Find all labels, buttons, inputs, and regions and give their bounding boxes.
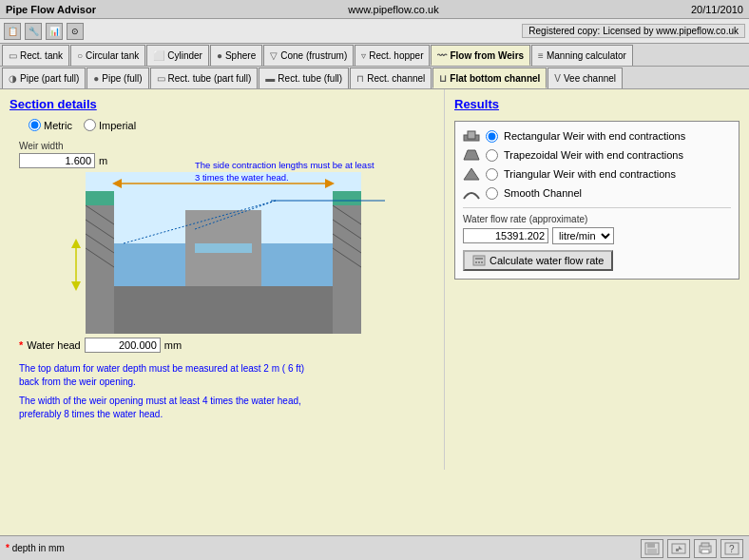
imperial-radio[interactable] — [84, 119, 96, 131]
flow-rate-input[interactable] — [463, 228, 548, 243]
tab-row-2: ◑ Pipe (part full) ● Pipe (full) ▭ Rect.… — [0, 67, 749, 89]
svg-rect-33 — [478, 261, 480, 263]
svg-rect-31 — [475, 258, 483, 260]
pipe-full-icon: ● — [93, 73, 99, 84]
save-icon — [644, 542, 660, 555]
metric-radio-label[interactable]: Metric — [29, 119, 72, 131]
water-head-input[interactable] — [85, 338, 161, 353]
flow-rate-section: Water flow rate (approximate) litre/min … — [463, 207, 731, 271]
results-title: Results — [454, 97, 739, 111]
water-head-label: Water head — [27, 339, 80, 351]
rect-tube-part-icon: ▭ — [157, 73, 165, 84]
weir-diagram — [19, 172, 390, 334]
status-star: * — [6, 543, 10, 553]
tab-pipe-full[interactable]: ● Pipe (full) — [86, 68, 148, 88]
rect-channel-icon: ⊓ — [356, 73, 364, 84]
status-help-button[interactable]: ? — [720, 539, 743, 558]
status-export-button[interactable] — [667, 539, 690, 558]
tab-rect-tube-full[interactable]: ▬ Rect. tube (full) — [259, 68, 349, 88]
metric-radio[interactable] — [29, 119, 41, 131]
title-bar: Pipe Flow Advisor www.pipeflow.co.uk 20/… — [0, 0, 749, 19]
svg-marker-18 — [71, 239, 81, 248]
tab-rect-channel[interactable]: ⊓ Rect. channel — [350, 68, 432, 88]
flow-weirs-icon: 〰 — [437, 50, 447, 61]
rect-tank-icon: ▭ — [9, 50, 17, 61]
weir-width-unit: m — [99, 155, 107, 166]
rect-tube-full-icon: ▬ — [265, 73, 275, 84]
required-star: * — [19, 339, 23, 351]
right-panel: Results Rectangular Weir with end contra… — [445, 89, 749, 470]
toolbar-icon-2[interactable]: 🔧 — [25, 23, 42, 40]
tab-cone[interactable]: ▽ Cone (frustrum) — [263, 45, 354, 66]
result-option-1: Rectangular Weir with end contractions — [463, 129, 731, 143]
flow-rate-label: Water flow rate (approximate) — [463, 214, 731, 224]
imperial-radio-label[interactable]: Imperial — [84, 119, 136, 131]
help-icon: ? — [724, 542, 739, 555]
tab-rect-tank[interactable]: ▭ Rect. tank — [2, 45, 69, 66]
app-name: Pipe Flow Advisor — [6, 4, 96, 15]
rect-weir-radio[interactable] — [486, 130, 498, 143]
rect-hopper-icon: ▿ — [361, 50, 366, 61]
section-title: Section details — [10, 97, 434, 111]
diagram-section: The side contraction lengths must be at … — [10, 141, 434, 421]
svg-rect-3 — [114, 286, 333, 334]
tab-rect-tube-part[interactable]: ▭ Rect. tube (part full) — [150, 68, 259, 88]
svg-rect-43 — [701, 550, 709, 553]
circular-tank-icon: ○ — [77, 50, 83, 61]
svg-rect-42 — [701, 543, 709, 547]
cone-icon: ▽ — [270, 50, 278, 61]
website: www.pipeflow.co.uk — [96, 4, 691, 15]
svg-text:?: ? — [729, 544, 735, 554]
svg-rect-27 — [468, 131, 475, 139]
weir-width-label: Weir width — [19, 141, 434, 151]
svg-rect-32 — [475, 261, 477, 263]
manning-icon: ≡ — [538, 50, 544, 61]
side-note: The side contraction lengths must be at … — [195, 160, 375, 184]
trap-weir-icon — [463, 148, 480, 162]
tab-sphere[interactable]: ● Sphere — [210, 45, 262, 66]
tri-weir-radio[interactable] — [486, 168, 498, 181]
smooth-channel-icon — [463, 186, 480, 200]
smooth-channel-radio[interactable] — [486, 187, 498, 200]
result-option-3: Triangular Weir with end contractions — [463, 167, 731, 181]
bottom-note-1: The top datum for water depth must be me… — [19, 362, 323, 389]
svg-rect-5 — [333, 191, 361, 205]
pipe-part-icon: ◑ — [9, 73, 17, 84]
status-bar: * depth in mm — [0, 535, 749, 560]
tab-pipe-part[interactable]: ◑ Pipe (part full) — [2, 68, 86, 88]
flat-bottom-icon: ⊔ — [439, 73, 447, 84]
unit-radio-row: Metric Imperial — [29, 119, 434, 131]
sphere-icon: ● — [217, 50, 222, 61]
status-print-button[interactable] — [694, 539, 717, 558]
toolbar-icon-4[interactable]: ⊙ — [67, 23, 84, 40]
flow-rate-unit-select[interactable]: litre/min m³/hr m³/s gal/min — [552, 227, 614, 244]
result-option-4: Smooth Channel — [463, 186, 731, 200]
toolbar-icon-1[interactable]: 📋 — [4, 23, 21, 40]
svg-marker-28 — [464, 150, 479, 160]
trap-weir-radio[interactable] — [486, 149, 498, 162]
svg-rect-36 — [647, 543, 655, 548]
calculate-button[interactable]: Calculate water flow rate — [463, 250, 613, 271]
tab-rect-hopper[interactable]: ▿ Rect. hopper — [355, 45, 430, 66]
svg-rect-30 — [473, 256, 485, 265]
calculator-icon — [472, 255, 486, 266]
tab-row-1: ▭ Rect. tank ○ Circular tank ⬜ Cylinder … — [0, 44, 749, 67]
vee-channel-icon: V — [554, 73, 561, 84]
toolbar: 📋 🔧 📊 ⊙ Registered copy: Licensed by www… — [0, 19, 749, 44]
svg-rect-2 — [333, 201, 361, 334]
tab-cylinder[interactable]: ⬜ Cylinder — [146, 45, 209, 66]
svg-rect-8 — [195, 243, 252, 253]
toolbar-icon-3[interactable]: 📊 — [46, 23, 63, 40]
tab-circular-tank[interactable]: ○ Circular tank — [70, 45, 145, 66]
svg-rect-37 — [647, 549, 657, 553]
tab-vee-channel[interactable]: V Vee channel — [547, 68, 623, 88]
tab-manning[interactable]: ≡ Manning calculator — [531, 45, 633, 66]
tab-flow-weirs[interactable]: 〰 Flow from Weirs — [431, 45, 530, 66]
svg-marker-19 — [71, 281, 81, 291]
tab-flat-bottom[interactable]: ⊔ Flat bottom channel — [432, 68, 547, 88]
calculate-label: Calculate water flow rate — [490, 255, 604, 266]
print-icon — [698, 542, 713, 555]
left-panel: Section details Metric Imperial The side… — [0, 89, 445, 470]
status-save-button[interactable] — [641, 539, 663, 558]
weir-width-input[interactable] — [19, 153, 95, 168]
